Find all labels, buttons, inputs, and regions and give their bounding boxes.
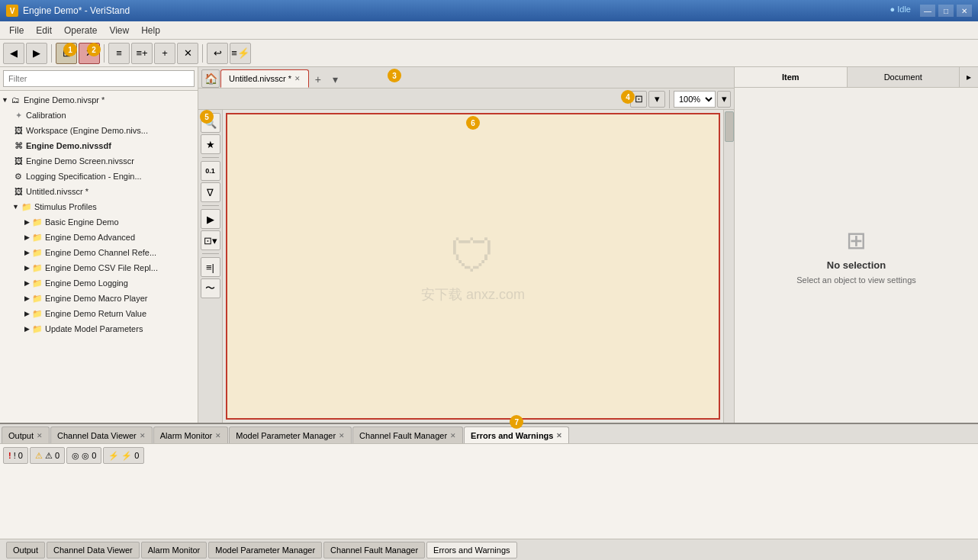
annotation-3: 3 — [388, 69, 401, 82]
dropdown-tool-btn[interactable]: ⊡▾ — [201, 230, 220, 250]
menu-help[interactable]: Help — [135, 24, 166, 37]
align-button[interactable]: ▾ — [648, 91, 665, 108]
back-button[interactable]: ◀ — [3, 43, 24, 64]
gradient-tool-btn[interactable]: ∇ — [201, 182, 220, 202]
tree-item-untitled[interactable]: 🖼 Untitled.nivsscr * — [0, 184, 198, 199]
close-channel-tab[interactable]: ✕ — [140, 432, 146, 439]
clear-count-btn[interactable]: ⚡ ⚡ 0 — [103, 447, 144, 464]
tab-label: Untitled.nivsscr * — [229, 74, 291, 83]
chevron-right-icon-2: ▶ — [24, 233, 30, 241]
list-tool-btn[interactable]: ≡| — [201, 257, 220, 277]
menu-file[interactable]: File — [3, 24, 30, 37]
second-channel-tab[interactable]: Channel Data Viewer — [47, 542, 140, 558]
menu-edit[interactable]: Edit — [30, 24, 58, 37]
zoom-select[interactable]: 100% 50% 75% 125% 150% 200% — [674, 91, 716, 108]
wave-tool-btn[interactable]: 〜 — [201, 278, 220, 298]
second-output-tab[interactable]: Output — [6, 542, 45, 558]
warn-icon: ⚠ — [35, 451, 43, 461]
info-count-btn[interactable]: ◎ ◎ 0 — [66, 447, 101, 464]
snap-button[interactable]: ⊡ — [630, 91, 647, 108]
toolbar-sep-3 — [202, 44, 203, 63]
close-button[interactable]: ✕ — [957, 5, 972, 17]
side-tools: 5 🔍 ★ 0.1 ∇ ▶ ⊡▾ ≡| 〜 — [198, 110, 223, 423]
window-controls: ● Idle — □ ✕ — [890, 5, 972, 17]
bottom-tab-fault[interactable]: Channel Fault Manager ✕ — [352, 426, 463, 443]
tree-item-return[interactable]: ▶ 📁 Engine Demo Return Value — [0, 306, 198, 321]
bottom-tab-channel[interactable]: Channel Data Viewer ✕ — [50, 426, 153, 443]
folder-icon-7: 📁 — [31, 292, 43, 304]
tree-item-channel[interactable]: ▶ 📁 Engine Demo Channel Refe... — [0, 245, 198, 260]
tree-item-basic[interactable]: ▶ 📁 Basic Engine Demo — [0, 214, 198, 230]
tab-close-icon[interactable]: ✕ — [294, 75, 301, 82]
tree-item-macro[interactable]: ▶ 📁 Engine Demo Macro Player — [0, 291, 198, 306]
filter-input[interactable] — [3, 70, 195, 87]
menu-operate[interactable]: Operate — [58, 24, 103, 37]
second-errors-tab[interactable]: Errors and Warnings — [426, 542, 516, 558]
tree-item-logging2[interactable]: ▶ 📁 Engine Demo Logging — [0, 275, 198, 291]
warn-count-btn[interactable]: ⚠ ⚠ 0 — [30, 447, 65, 464]
tree-item-sdf[interactable]: ⌘ Engine Demo.nivssdf — [0, 138, 198, 153]
list-view-button[interactable]: ≡ — [108, 43, 130, 64]
profile-button[interactable]: ⊞ — [56, 43, 77, 64]
scroll-thumb[interactable] — [725, 111, 734, 142]
tree-item-update[interactable]: ▶ 📁 Update Model Parameters — [0, 321, 198, 336]
bottom-tab-errors[interactable]: 7 Errors and Warnings ✕ — [464, 426, 569, 443]
title-bar: V Engine Demo* - VeriStand ● Idle — □ ✕ — [0, 0, 978, 21]
bottom-tab-output[interactable]: Output ✕ — [2, 426, 50, 443]
workspace-icon: 🖼 — [12, 124, 24, 137]
home-button[interactable]: 🏠 — [201, 69, 220, 88]
chevron-right-icon-3: ▶ — [24, 249, 30, 256]
canvas-scrollbar[interactable] — [723, 110, 734, 423]
filter-button[interactable]: ≡⚡ — [230, 43, 251, 64]
menu-view[interactable]: View — [103, 24, 135, 37]
tab-overflow-button[interactable]: ▾ — [327, 71, 344, 88]
forward-button[interactable]: ▶ — [26, 43, 47, 64]
content-area: ▼ 🗂 Engine Demo.nivspr * ✦ Calibration 🖼… — [0, 67, 978, 423]
close-output-tab[interactable]: ✕ — [37, 432, 43, 439]
add-tab-button[interactable]: + — [310, 71, 327, 88]
undo-button[interactable]: ↩ — [207, 43, 228, 64]
canvas-content: 5 🔍 ★ 0.1 ∇ ▶ ⊡▾ ≡| 〜 6 — [198, 110, 734, 423]
no-selection-sub: Select an object to view settings — [796, 275, 916, 285]
tree-item-calibration[interactable]: ✦ Calibration — [0, 108, 198, 123]
untitled-icon: 🖼 — [12, 185, 24, 198]
close-model-tab[interactable]: ✕ — [339, 432, 345, 439]
minimize-button[interactable]: — — [920, 5, 935, 17]
second-alarm-tab[interactable]: Alarm Monitor — [141, 542, 207, 558]
tree-item-screen[interactable]: 🖼 Engine Demo Screen.nivsscr — [0, 153, 198, 169]
add-button[interactable]: + — [154, 43, 175, 64]
tree-item-logging[interactable]: ⚙ Logging Specification - Engin... — [0, 169, 198, 184]
second-fault-tab[interactable]: Channel Fault Manager — [323, 542, 425, 558]
tree-item-csv[interactable]: ▶ 📁 Engine Demo CSV File Repl... — [0, 260, 198, 275]
right-panel-overflow[interactable]: ▸ — [960, 67, 978, 87]
cancel-run-button[interactable]: ✕ — [79, 43, 100, 64]
bottom-panel: Output ✕ Channel Data Viewer ✕ Alarm Mon… — [0, 423, 978, 560]
list-add-button[interactable]: ≡+ — [131, 43, 153, 64]
bookmark-tool-btn[interactable]: ★ — [201, 134, 220, 154]
second-model-tab[interactable]: Model Parameter Manager — [208, 542, 322, 558]
close-fault-tab[interactable]: ✕ — [450, 432, 456, 439]
zoom-dropdown-button[interactable]: ▾ — [717, 91, 731, 108]
tree-item-profiles[interactable]: ▼ 📁 Stimulus Profiles — [0, 199, 198, 214]
close-alarm-tab[interactable]: ✕ — [215, 432, 221, 439]
tree-item-advanced[interactable]: ▶ 📁 Engine Demo Advanced — [0, 230, 198, 245]
error-count-btn[interactable]: ! ! 0 — [3, 447, 28, 464]
close-errors-tab[interactable]: ✕ — [556, 432, 562, 439]
project-icon: 🗂 — [10, 94, 22, 106]
folder-icon-6: 📁 — [31, 277, 43, 289]
remove-button[interactable]: ✕ — [177, 43, 198, 64]
maximize-button[interactable]: □ — [938, 5, 954, 17]
canvas-main[interactable]: 6 🛡 安下载 anxz.com — [226, 113, 720, 420]
tree-item-root[interactable]: ▼ 🗂 Engine Demo.nivspr * — [0, 92, 198, 108]
value-tool-btn[interactable]: 0.1 — [201, 161, 220, 181]
bottom-tab-model[interactable]: Model Parameter Manager ✕ — [229, 426, 352, 443]
bottom-tab-alarm[interactable]: Alarm Monitor ✕ — [153, 426, 228, 443]
right-tab-document[interactable]: Document — [848, 67, 960, 87]
app-icon: V — [6, 5, 18, 17]
tree-item-workspace[interactable]: 🖼 Workspace (Engine Demo.nivs... — [0, 123, 198, 138]
run-tool-btn[interactable]: ▶ — [201, 209, 220, 229]
status-indicator: ● Idle — [890, 5, 911, 17]
right-tab-item[interactable]: Item — [735, 67, 848, 87]
tab-untitled[interactable]: Untitled.nivsscr * ✕ — [220, 69, 309, 88]
search-tool-btn[interactable]: 🔍 — [201, 113, 220, 133]
